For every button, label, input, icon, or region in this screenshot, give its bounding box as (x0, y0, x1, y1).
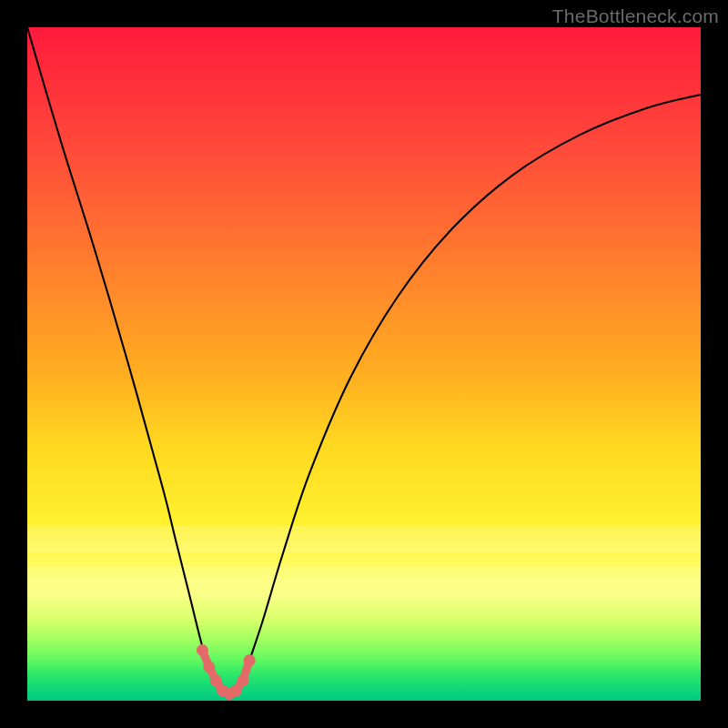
plot-area (27, 27, 701, 701)
chart-frame: TheBottleneck.com (0, 0, 728, 728)
marker-dot (203, 662, 215, 673)
marker-dot (197, 644, 208, 656)
bottleneck-curve-svg (27, 27, 701, 701)
marker-dot (230, 684, 242, 696)
marker-dot (237, 674, 248, 686)
watermark-text: TheBottleneck.com (552, 5, 719, 27)
marker-dot (210, 674, 222, 686)
bottleneck-curve (27, 27, 701, 694)
marker-dot (244, 654, 256, 666)
